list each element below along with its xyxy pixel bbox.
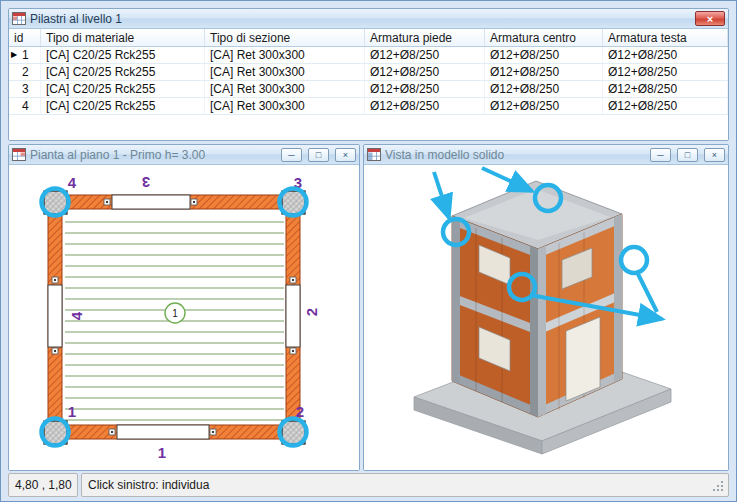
table-cell-materiale: [CA] C20/25 Rck255	[41, 47, 205, 63]
table-empty-area	[9, 115, 728, 140]
highlight-arrow	[482, 168, 532, 191]
plan-window-title: Pianta al piano 1 - Primo h= 3.00	[30, 148, 275, 162]
slab-id-bubble: 1	[165, 303, 185, 323]
beam-label-right: 2	[303, 308, 320, 316]
table-cell-id: 4	[9, 98, 41, 114]
column-header-id[interactable]: id	[9, 29, 41, 46]
table-cell-materiale: [CA] C20/25 Rck255	[41, 98, 205, 114]
close-icon: ×	[707, 13, 713, 25]
column-header-sezione[interactable]: Tipo di sezione	[205, 29, 365, 46]
table-cell-armatura-piede: Ø12+Ø8/250	[365, 98, 485, 114]
column-header-materiale[interactable]: Tipo di materiale	[41, 29, 205, 46]
statusbar: 4,80 , 1,80 Click sinistro: individua	[8, 473, 729, 497]
pilastri-titlebar[interactable]: Pilastri al livello 1 ×	[9, 9, 728, 29]
table-cell-sezione: [CA] Ret 300x300	[205, 47, 365, 63]
solid-model-drawing	[364, 165, 728, 470]
table-cell-armatura-centro: Ø12+Ø8/250	[485, 98, 603, 114]
selected-row-marker-icon: ▶	[11, 50, 17, 59]
beam-label-bottom: 1	[158, 444, 166, 461]
pillar-label-bottom-left: 1	[68, 403, 76, 420]
model-door-right	[566, 317, 600, 401]
table-cell-armatura-piede: Ø12+Ø8/250	[365, 81, 485, 97]
close-button[interactable]: ×	[695, 11, 725, 26]
plan-window-icon	[12, 148, 26, 161]
table-cell-id: ▶1	[9, 47, 41, 63]
table-cell-sezione: [CA] Ret 300x300	[205, 98, 365, 114]
plan-titlebar[interactable]: Pianta al piano 1 - Primo h= 3.00 ─ □ ×	[9, 145, 359, 165]
highlight-line	[637, 272, 657, 312]
pillar-label-top-left: 4	[68, 174, 77, 191]
table-row[interactable]: 4 [CA] C20/25 Rck255 [CA] Ret 300x300 Ø1…	[9, 98, 728, 115]
table-row[interactable]: ▶1 [CA] C20/25 Rck255 [CA] Ret 300x300 Ø…	[9, 47, 728, 64]
pillar-highlight-circle	[621, 247, 647, 273]
table-header: id Tipo di materiale Tipo di sezione Arm…	[9, 29, 728, 47]
maximize-icon: □	[685, 150, 690, 160]
minimize-icon: ─	[657, 150, 663, 160]
maximize-button[interactable]: □	[308, 148, 329, 162]
table-cell-armatura-centro: Ø12+Ø8/250	[485, 81, 603, 97]
pilastri-window: Pilastri al livello 1 × id Tipo di mater…	[8, 8, 729, 141]
beam-label-left: 4	[68, 311, 85, 320]
solid-canvas[interactable]	[364, 165, 728, 470]
table-cell-armatura-testa: Ø12+Ø8/250	[603, 98, 728, 114]
column-header-armatura-piede[interactable]: Armatura piede	[365, 29, 485, 46]
plan-canvas[interactable]: 1 4 3 1 2 3 4 2 1	[9, 165, 359, 470]
table-cell-id: 3	[9, 81, 41, 97]
table-row[interactable]: 2 [CA] C20/25 Rck255 [CA] Ret 300x300 Ø1…	[9, 64, 728, 81]
resize-grip[interactable]	[713, 481, 725, 493]
table-cell-armatura-centro: Ø12+Ø8/250	[485, 47, 603, 63]
minimize-icon: ─	[288, 150, 294, 160]
solid-window-icon	[367, 148, 381, 161]
solid-window-title: Vista in modello solido	[385, 148, 644, 162]
table-cell-sezione: [CA] Ret 300x300	[205, 81, 365, 97]
close-button[interactable]: ×	[704, 148, 725, 162]
statusbar-coordinates: 4,80 , 1,80	[8, 473, 78, 497]
table-cell-id: 2	[9, 64, 41, 80]
minimize-button[interactable]: ─	[650, 148, 671, 162]
table-cell-sezione: [CA] Ret 300x300	[205, 64, 365, 80]
table-cell-materiale: [CA] C20/25 Rck255	[41, 81, 205, 97]
minimize-button[interactable]: ─	[281, 148, 302, 162]
table-cell-armatura-piede: Ø12+Ø8/250	[365, 64, 485, 80]
maximize-button[interactable]: □	[677, 148, 698, 162]
statusbar-hint: Click sinistro: individua	[81, 473, 729, 497]
table-cell-materiale: [CA] C20/25 Rck255	[41, 64, 205, 80]
solid-titlebar[interactable]: Vista in modello solido ─ □ ×	[364, 145, 728, 165]
column-header-armatura-centro[interactable]: Armatura centro	[485, 29, 603, 46]
close-icon: ×	[712, 150, 717, 160]
table-cell-armatura-centro: Ø12+Ø8/250	[485, 64, 603, 80]
slab-id-label: 1	[172, 308, 178, 319]
close-button[interactable]: ×	[335, 148, 356, 162]
table-cell-armatura-testa: Ø12+Ø8/250	[603, 64, 728, 80]
maximize-icon: □	[316, 150, 321, 160]
pilastri-window-title: Pilastri al livello 1	[30, 12, 691, 26]
table-cell-armatura-testa: Ø12+Ø8/250	[603, 81, 728, 97]
table-cell-armatura-testa: Ø12+Ø8/250	[603, 47, 728, 63]
plan-window: Pianta al piano 1 - Primo h= 3.00 ─ □ ×	[8, 144, 360, 471]
highlight-arrow	[434, 172, 449, 218]
column-header-armatura-testa[interactable]: Armatura testa	[603, 29, 728, 46]
table-cell-armatura-piede: Ø12+Ø8/250	[365, 47, 485, 63]
floor-plan-drawing: 1 4 3 1 2 3 4 2 1	[9, 165, 359, 470]
table-row[interactable]: 3 [CA] C20/25 Rck255 [CA] Ret 300x300 Ø1…	[9, 81, 728, 98]
beam-label-top: 3	[142, 174, 150, 191]
close-icon: ×	[343, 150, 348, 160]
app-window: Pilastri al livello 1 × id Tipo di mater…	[0, 0, 737, 502]
table-window-icon	[12, 12, 26, 25]
solid-window: Vista in modello solido ─ □ ×	[363, 144, 729, 471]
model-building	[452, 181, 622, 417]
